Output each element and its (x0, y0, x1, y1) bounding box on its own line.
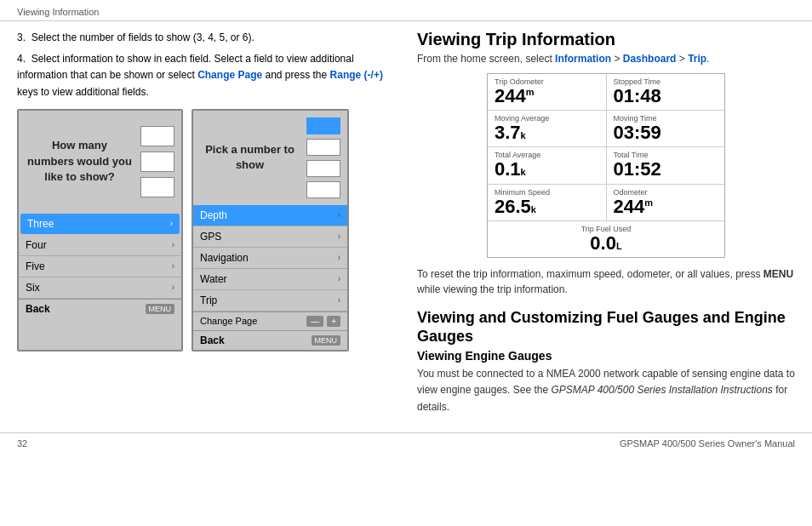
minus-button[interactable]: — (306, 316, 323, 327)
screen2-item-navigation[interactable]: Navigation › (193, 248, 347, 269)
screen1-item-six[interactable]: Six › (19, 277, 181, 299)
arrow-icon: › (338, 210, 340, 220)
screen1: How many numbers would you like to show?… (17, 109, 183, 352)
screen2-question: Pick a number to show (193, 111, 306, 205)
screen1-menu-badge[interactable]: MENU (146, 304, 175, 314)
manual-title: GPSMAP 400/500 Series Owner's Manual (620, 438, 795, 449)
fuel-section-title: Viewing and Customizing Fuel Gauges and … (417, 309, 795, 346)
trip-odometer-cell: Trip Odometer 244m (488, 74, 607, 110)
screen2-box-1 (306, 117, 340, 134)
screen2-top: Pick a number to show (193, 111, 347, 205)
trip-row-5: Trip Fuel Used 0.0L (488, 221, 724, 257)
min-speed-value: 26.5k (495, 197, 599, 217)
screen2-back-label[interactable]: Back (200, 334, 225, 346)
screen2: Pick a number to show Depth › GPS (192, 109, 349, 352)
arrow-icon: › (338, 232, 340, 241)
moving-average-cell: Moving Average 3.7k (488, 111, 607, 146)
viewing-trip-subtitle: From the home screen, select Information… (417, 53, 795, 65)
screen2-box-4 (306, 181, 340, 198)
moving-average-value: 3.7k (495, 123, 599, 143)
header-text: Viewing Information (17, 7, 99, 17)
step4: 4. Select information to show in each fi… (17, 51, 400, 100)
trip-row-3: Total Average 0.1k Total Time 01:52 (488, 147, 724, 184)
screen1-box-3 (140, 177, 174, 197)
screen2-menu-badge[interactable]: MENU (312, 335, 341, 346)
trip-reset-note: To reset the trip information, maximum s… (417, 266, 795, 297)
odometer-cell: Odometer 244m (607, 185, 725, 220)
left-text: 3. Select the number of fields to show (… (17, 30, 400, 100)
change-page-controls: — + (306, 316, 340, 327)
step3: 3. Select the number of fields to show (… (17, 30, 400, 46)
screens-container: How many numbers would you like to show?… (17, 109, 400, 352)
screen1-boxes (140, 111, 181, 213)
screen2-box-2 (306, 139, 340, 156)
screen1-question: How many numbers would you like to show? (19, 111, 140, 213)
stopped-time-cell: Stopped Time 01:48 (607, 74, 725, 110)
left-column: 3. Select the number of fields to show (… (17, 30, 400, 415)
moving-time-cell: Moving Time 03:59 (607, 111, 725, 146)
total-average-value: 0.1k (495, 159, 599, 180)
engine-subtitle: Viewing Engine Gauges (417, 349, 795, 363)
total-average-cell: Total Average 0.1k (488, 147, 607, 183)
screen2-item-depth[interactable]: Depth › (193, 205, 347, 226)
page-content: 3. Select the number of fields to show (… (0, 21, 812, 424)
stopped-time-value: 01:48 (614, 86, 718, 106)
engine-text: You must be connected to a NMEA 2000 net… (417, 366, 795, 415)
moving-time-value: 03:59 (614, 123, 718, 143)
screen2-item-water[interactable]: Water › (193, 269, 347, 290)
arrow-icon: › (170, 219, 173, 228)
screen1-item-three[interactable]: Three › (20, 214, 180, 234)
screen2-item-trip[interactable]: Trip › (193, 290, 347, 312)
plus-button[interactable]: + (327, 316, 340, 327)
screen1-box-2 (140, 152, 174, 172)
screen1-back-label[interactable]: Back (26, 303, 50, 315)
total-time-value: 01:52 (614, 159, 718, 180)
arrow-icon: › (172, 240, 174, 249)
bottom-sections: Viewing and Customizing Fuel Gauges and … (417, 309, 795, 415)
arrow-icon: › (172, 283, 174, 292)
viewing-trip-title: Viewing Trip Information (417, 30, 795, 49)
page-footer: 32 GPSMAP 400/500 Series Owner's Manual (0, 432, 812, 454)
odometer-value: 244m (614, 197, 718, 217)
trip-row-4: Minimum Speed 26.5k Odometer 244m (488, 185, 724, 221)
page-number: 32 (17, 438, 27, 449)
screen1-item-four[interactable]: Four › (19, 235, 181, 256)
screen2-back-bar: Back MENU (193, 330, 347, 350)
screen2-list: Depth › GPS › Navigation › Water › (193, 205, 347, 312)
trip-row-2: Moving Average 3.7k Moving Time 03:59 (488, 111, 724, 147)
arrow-icon: › (338, 253, 340, 262)
arrow-icon: › (338, 274, 340, 283)
screen1-back-bar: Back MENU (19, 299, 181, 318)
trip-row-1: Trip Odometer 244m Stopped Time 01:48 (488, 74, 724, 111)
screen2-boxes (306, 111, 347, 205)
screen2-box-3 (306, 160, 340, 177)
arrow-icon: › (172, 261, 174, 271)
page-header: Viewing Information (0, 0, 812, 21)
total-time-cell: Total Time 01:52 (607, 147, 725, 183)
screen1-item-five[interactable]: Five › (19, 256, 181, 277)
screen1-box-1 (140, 126, 174, 146)
min-speed-cell: Minimum Speed 26.5k (488, 185, 607, 220)
trip-odometer-value: 244m (495, 86, 599, 106)
arrow-icon: › (338, 295, 340, 305)
screen2-change-page-bar: Change Page — + (193, 312, 347, 330)
change-page-label: Change Page (200, 316, 257, 326)
screen1-list: Three › Four › Five › Six › (19, 214, 181, 299)
right-column: Viewing Trip Information From the home s… (417, 30, 795, 415)
trip-dashboard: Trip Odometer 244m Stopped Time 01:48 Mo… (487, 73, 725, 258)
screen2-item-gps[interactable]: GPS › (193, 226, 347, 248)
screen1-top: How many numbers would you like to show? (19, 111, 181, 213)
trip-fuel-cell: Trip Fuel Used 0.0L (488, 221, 724, 257)
trip-fuel-value: 0.0L (495, 233, 718, 254)
